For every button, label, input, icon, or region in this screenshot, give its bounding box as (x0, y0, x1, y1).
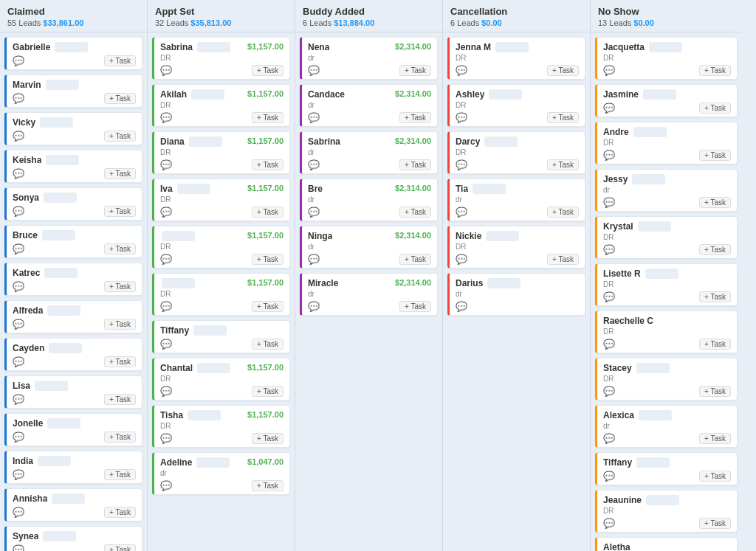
card[interactable]: Miracle $2,314.00 dr 💬 + Task (300, 273, 438, 316)
chat-icon[interactable]: 💬 (603, 433, 615, 444)
card[interactable]: $1,157.00 DR 💬 + Task (152, 226, 290, 268)
card[interactable]: Raechelle C DR 💬 + Task (595, 311, 738, 353)
chat-icon[interactable]: 💬 (160, 65, 172, 76)
chat-icon[interactable]: 💬 (160, 207, 172, 218)
chat-icon[interactable]: 💬 (13, 168, 24, 179)
chat-icon[interactable]: 💬 (456, 301, 467, 312)
card[interactable]: Darius dr 💬 (447, 273, 585, 316)
chat-icon[interactable]: 💬 (603, 471, 615, 482)
add-task-button[interactable]: + Task (399, 65, 431, 76)
chat-icon[interactable]: 💬 (13, 394, 24, 405)
card[interactable]: Adeline $1,047.00 dr 💬 + Task (152, 452, 290, 495)
card[interactable]: Iva $1,157.00 DR 💬 + Task (152, 179, 290, 221)
card[interactable]: Sabrina $1,157.00 DR 💬 + Task (152, 37, 290, 80)
chat-icon[interactable]: 💬 (13, 281, 24, 292)
chat-icon[interactable]: 💬 (603, 197, 615, 208)
chat-icon[interactable]: 💬 (13, 319, 24, 330)
chat-icon[interactable]: 💬 (160, 480, 172, 491)
chat-icon[interactable]: 💬 (160, 301, 172, 312)
add-task-button[interactable]: + Task (252, 254, 284, 265)
add-task-button[interactable]: + Task (104, 432, 136, 443)
add-task-button[interactable]: + Task (547, 254, 579, 265)
card[interactable]: Alexica dr 💬 + Task (595, 405, 738, 448)
card[interactable]: Jeaunine DR 💬 + Task (595, 490, 738, 533)
card[interactable]: Bruce 💬 + Task (4, 225, 142, 258)
add-task-button[interactable]: + Task (547, 65, 579, 76)
add-task-button[interactable]: + Task (399, 207, 431, 218)
add-task-button[interactable]: + Task (104, 206, 136, 217)
add-task-button[interactable]: + Task (104, 131, 136, 142)
add-task-button[interactable]: + Task (252, 433, 284, 444)
add-task-button[interactable]: + Task (399, 112, 431, 123)
card[interactable]: Lisa 💬 + Task (4, 375, 142, 409)
add-task-button[interactable]: + Task (399, 254, 431, 265)
chat-icon[interactable]: 💬 (160, 254, 172, 265)
card[interactable]: Krystal DR 💬 + Task (595, 216, 738, 259)
card[interactable]: Alfreda 💬 + Task (4, 300, 142, 333)
card[interactable]: $1,157.00 DR 💬 + Task (152, 273, 290, 316)
card[interactable]: Jenna M DR 💬 + Task (447, 37, 585, 80)
add-task-button[interactable]: + Task (104, 281, 136, 292)
add-task-button[interactable]: + Task (547, 112, 579, 123)
add-task-button[interactable]: + Task (399, 301, 431, 312)
chat-icon[interactable]: 💬 (456, 254, 467, 265)
card[interactable]: Stacey DR 💬 + Task (595, 358, 738, 401)
chat-icon[interactable]: 💬 (160, 433, 172, 444)
add-task-button[interactable]: + Task (104, 356, 136, 367)
add-task-button[interactable]: + Task (699, 386, 731, 397)
add-task-button[interactable]: + Task (104, 168, 136, 179)
add-task-button[interactable]: + Task (699, 518, 731, 529)
chat-icon[interactable]: 💬 (603, 150, 615, 161)
card[interactable]: Candace $2,314.00 dr 💬 + Task (300, 84, 438, 127)
chat-icon[interactable]: 💬 (13, 131, 24, 142)
add-task-button[interactable]: + Task (699, 150, 731, 161)
card[interactable]: Jacquetta DR 💬 + Task (595, 37, 738, 80)
chat-icon[interactable]: 💬 (13, 356, 24, 367)
card[interactable]: Darcy DR 💬 + Task (447, 131, 585, 174)
add-task-button[interactable]: + Task (104, 507, 136, 518)
chat-icon[interactable]: 💬 (456, 112, 467, 123)
add-task-button[interactable]: + Task (699, 103, 731, 114)
chat-icon[interactable]: 💬 (308, 207, 320, 218)
chat-icon[interactable]: 💬 (456, 159, 467, 170)
chat-icon[interactable]: 💬 (160, 112, 172, 123)
chat-icon[interactable]: 💬 (308, 65, 320, 76)
chat-icon[interactable]: 💬 (603, 518, 615, 529)
add-task-button[interactable]: + Task (104, 544, 136, 551)
add-task-button[interactable]: + Task (699, 339, 731, 350)
card[interactable]: Diana $1,157.00 DR 💬 + Task (152, 131, 290, 174)
chat-icon[interactable]: 💬 (160, 159, 172, 170)
chat-icon[interactable]: 💬 (13, 243, 24, 254)
add-task-button[interactable]: + Task (699, 471, 731, 482)
card[interactable]: Synea 💬 + Task (4, 526, 142, 551)
card[interactable]: Akilah $1,157.00 DR 💬 + Task (152, 84, 290, 127)
chat-icon[interactable]: 💬 (456, 65, 467, 76)
card[interactable]: Annisha 💬 + Task (4, 488, 142, 521)
chat-icon[interactable]: 💬 (603, 103, 615, 114)
card[interactable]: India 💬 + Task (4, 451, 142, 484)
add-task-button[interactable]: + Task (104, 319, 136, 330)
add-task-button[interactable]: + Task (699, 291, 731, 302)
add-task-button[interactable]: + Task (699, 244, 731, 255)
chat-icon[interactable]: 💬 (308, 301, 320, 312)
add-task-button[interactable]: + Task (104, 243, 136, 254)
add-task-button[interactable]: + Task (252, 301, 284, 312)
chat-icon[interactable]: 💬 (456, 207, 467, 218)
add-task-button[interactable]: + Task (699, 65, 731, 76)
add-task-button[interactable]: + Task (104, 93, 136, 104)
add-task-button[interactable]: + Task (399, 159, 431, 170)
chat-icon[interactable]: 💬 (13, 93, 24, 104)
card[interactable]: Tiffany 💬 + Task (595, 452, 738, 485)
chat-icon[interactable]: 💬 (603, 339, 615, 350)
card[interactable]: Sabrina $2,314.00 dr 💬 + Task (300, 131, 438, 174)
add-task-button[interactable]: + Task (699, 197, 731, 208)
chat-icon[interactable]: 💬 (603, 244, 615, 255)
card[interactable]: Tia dr 💬 + Task (447, 179, 585, 221)
card[interactable]: Nena $2,314.00 dr 💬 + Task (300, 37, 438, 80)
chat-icon[interactable]: 💬 (13, 544, 24, 551)
chat-icon[interactable]: 💬 (13, 206, 24, 217)
card[interactable]: Bre $2,314.00 dr 💬 + Task (300, 179, 438, 221)
add-task-button[interactable]: + Task (252, 207, 284, 218)
card[interactable]: Tiffany 💬 + Task (152, 320, 290, 353)
card[interactable]: Katrec 💬 + Task (4, 263, 142, 296)
